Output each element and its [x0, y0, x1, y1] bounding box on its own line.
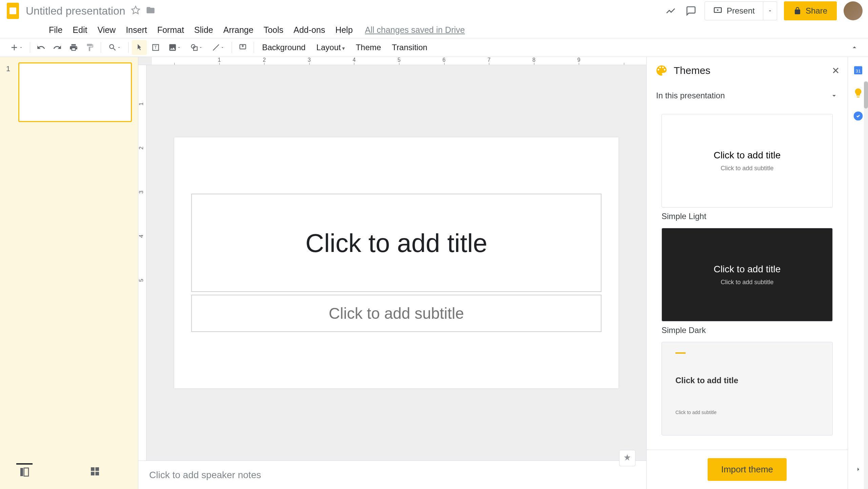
- comment-tool[interactable]: [235, 40, 250, 55]
- print-button[interactable]: [66, 40, 81, 55]
- vertical-ruler: 1 2 3 4 5: [138, 65, 146, 461]
- theme-card-simple-dark[interactable]: Click to add title Click to add subtitle…: [662, 228, 833, 335]
- svg-rect-22: [91, 467, 95, 471]
- filmstrip-view-icon[interactable]: [16, 463, 33, 480]
- image-tool[interactable]: [164, 40, 185, 55]
- theme-card-simple-light[interactable]: Click to add title Click to add subtitle…: [662, 114, 833, 221]
- menu-slide[interactable]: Slide: [190, 22, 218, 38]
- menu-edit[interactable]: Edit: [68, 22, 92, 38]
- account-avatar[interactable]: [844, 1, 863, 20]
- slide-number: 1: [6, 62, 18, 73]
- layout-button[interactable]: Layout: [312, 43, 350, 52]
- select-tool[interactable]: [132, 40, 147, 55]
- theme-card-streamline[interactable]: Click to add title Click to add subtitle: [662, 342, 833, 435]
- import-theme-button[interactable]: Import theme: [708, 458, 787, 481]
- share-label: Share: [806, 6, 827, 16]
- zoom-button[interactable]: [104, 40, 125, 55]
- keep-icon[interactable]: [852, 87, 864, 99]
- editor-area: 1 2 3 4 5 6 7 8 9 1 2 3 4 5: [138, 57, 646, 489]
- slide-canvas[interactable]: Click to add title Click to add subtitle: [174, 137, 618, 388]
- svg-marker-26: [832, 95, 836, 97]
- slide-thumbnail[interactable]: [18, 62, 132, 122]
- palette-icon: [655, 64, 668, 77]
- shape-tool[interactable]: [186, 40, 206, 55]
- svg-marker-4: [717, 9, 719, 11]
- activity-icon[interactable]: [664, 4, 677, 18]
- menu-format[interactable]: Format: [153, 22, 189, 38]
- background-button[interactable]: Background: [257, 43, 310, 52]
- menu-arrange[interactable]: Arrange: [218, 22, 258, 38]
- menu-tools[interactable]: Tools: [259, 22, 288, 38]
- document-title[interactable]: Untitled presentation: [26, 5, 125, 17]
- present-label: Present: [727, 6, 755, 16]
- svg-marker-19: [853, 46, 856, 48]
- textbox-tool[interactable]: T: [148, 40, 163, 55]
- toolbar: T Background Layout Theme Transition: [0, 38, 868, 57]
- theme-button[interactable]: Theme: [351, 43, 386, 52]
- svg-rect-12: [194, 47, 197, 51]
- svg-marker-7: [118, 47, 120, 48]
- new-slide-button[interactable]: [6, 40, 26, 55]
- line-tool[interactable]: [208, 40, 228, 55]
- scrollbar[interactable]: [864, 81, 868, 489]
- star-icon[interactable]: [131, 5, 140, 16]
- svg-marker-13: [200, 47, 202, 48]
- title-placeholder[interactable]: Click to add title: [191, 194, 601, 292]
- themes-panel-title: Themes: [674, 65, 826, 76]
- undo-button[interactable]: [34, 40, 48, 55]
- svg-text:T: T: [154, 45, 157, 50]
- themes-section-header[interactable]: In this presentation: [647, 84, 848, 107]
- present-dropdown[interactable]: [763, 2, 777, 20]
- menu-bar: File Edit View Insert Format Slide Arran…: [0, 22, 868, 38]
- speaker-notes[interactable]: Click to add speaker notes: [138, 461, 646, 489]
- drive-status[interactable]: All changes saved in Drive: [365, 25, 465, 35]
- svg-rect-1: [9, 7, 16, 14]
- svg-marker-30: [857, 468, 859, 471]
- grid-view-icon[interactable]: [87, 463, 103, 480]
- svg-marker-10: [178, 47, 180, 48]
- svg-marker-15: [222, 47, 223, 48]
- close-icon[interactable]: ✕: [832, 65, 840, 76]
- svg-marker-6: [20, 47, 22, 48]
- subtitle-placeholder[interactable]: Click to add subtitle: [191, 295, 601, 332]
- horizontal-ruler: 1 2 3 4 5 6 7 8 9: [138, 57, 646, 65]
- svg-rect-23: [95, 467, 99, 471]
- themes-panel: Themes ✕ In this presentation Click to a…: [646, 57, 848, 489]
- tasks-icon[interactable]: [852, 110, 864, 122]
- comment-icon[interactable]: [684, 4, 698, 18]
- menu-view[interactable]: View: [93, 22, 120, 38]
- transition-button[interactable]: Transition: [387, 43, 432, 52]
- slides-logo[interactable]: [5, 1, 20, 21]
- menu-help[interactable]: Help: [331, 22, 357, 38]
- svg-marker-2: [132, 6, 139, 14]
- menu-file[interactable]: File: [44, 22, 67, 38]
- explore-fab[interactable]: [619, 450, 635, 466]
- show-side-panel-icon[interactable]: [852, 463, 864, 475]
- calendar-icon[interactable]: 31: [852, 64, 864, 76]
- move-to-folder-icon[interactable]: [146, 5, 155, 16]
- menu-addons[interactable]: Add-ons: [289, 22, 330, 38]
- svg-line-14: [213, 44, 219, 50]
- collapse-toolbar-icon[interactable]: [847, 40, 862, 55]
- share-button[interactable]: Share: [784, 1, 837, 20]
- redo-button[interactable]: [50, 40, 65, 55]
- svg-rect-25: [95, 472, 99, 475]
- svg-marker-5: [769, 11, 771, 12]
- paint-format-button[interactable]: [82, 40, 97, 55]
- filmstrip: 1: [0, 57, 138, 489]
- svg-text:31: 31: [855, 69, 861, 74]
- chevron-down-icon: [830, 92, 838, 100]
- svg-rect-20: [20, 468, 23, 476]
- menu-insert[interactable]: Insert: [121, 22, 152, 38]
- svg-rect-24: [91, 472, 95, 475]
- present-button[interactable]: Present: [705, 1, 777, 20]
- svg-rect-21: [24, 468, 28, 476]
